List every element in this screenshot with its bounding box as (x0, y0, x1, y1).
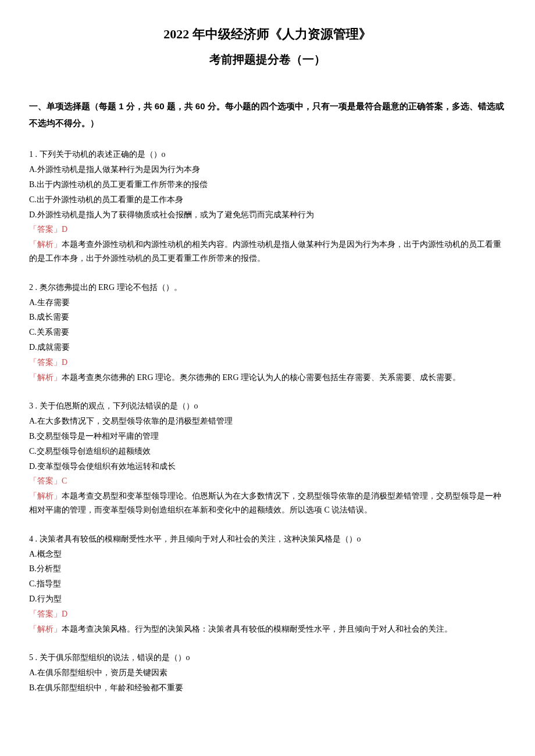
analysis: 「解析」本题考查交易型和变革型领导理论。伯恩斯认为在大多数情况下，交易型领导依靠… (29, 489, 506, 517)
question-stem: 3 . 关于伯恩斯的观点，下列说法错误的是（）o (29, 399, 506, 413)
question-option: A.外源性动机是指人做某种行为是因为行为本身 (29, 163, 506, 177)
question-option: D.成就需要 (29, 341, 506, 354)
question-block: 4 . 决策者具有较低的模糊耐受性水平，并且倾向于对人和社会的关注，这种决策风格… (29, 532, 506, 636)
question-stem: 2 . 奥尔德弗提出的 ERG 理论不包括（）。 (29, 281, 506, 295)
analysis-text: 本题考查交易型和变革型领导理论。伯恩斯认为在大多数情况下，交易型领导依靠的是消极… (29, 492, 501, 514)
analysis-text: 本题考查奥尔德弗的 ERG 理论。奥尔德弗的 ERG 理论认为人的核心需要包括生… (62, 373, 461, 382)
analysis-text: 本题考查决策风格。行为型的决策风格：决策者具有较低的模糊耐受性水平，并且倾向于对… (62, 625, 452, 633)
question-option: C.出于外源性动机的员工看重的是工作本身 (29, 193, 506, 207)
question-block: 2 . 奥尔德弗提出的 ERG 理论不包括（）。 A.生存需要 B.成长需要 C… (29, 281, 506, 385)
analysis: 「解析」本题考查决策风格。行为型的决策风格：决策者具有较低的模糊耐受性水平，并且… (29, 622, 506, 636)
question-stem: 4 . 决策者具有较低的模糊耐受性水平，并且倾向于对人和社会的关注，这种决策风格… (29, 532, 506, 546)
question-option: C.交易型领导创造组织的超额绩效 (29, 445, 506, 458)
analysis-label: 「解析」 (29, 492, 62, 500)
section-header: 一、单项选择题（每题 1 分，共 60 题，共 60 分。每小题的四个选项中，只… (29, 98, 506, 131)
question-option: A.在大多数情况下，交易型领导依靠的是消极型差错管理 (29, 414, 506, 428)
question-option: B.交易型领导是一种相对平庸的管理 (29, 429, 506, 443)
analysis-label: 「解析」 (29, 625, 62, 633)
question-option: B.出于内源性动机的员工更看重工作所带来的报偿 (29, 178, 506, 192)
question-stem: 1 . 下列关于动机的表述正确的是（）o (29, 148, 506, 162)
analysis-label: 「解析」 (29, 240, 62, 249)
question-option: D.行为型 (29, 592, 506, 606)
question-block: 3 . 关于伯恩斯的观点，下列说法错误的是（）o A.在大多数情况下，交易型领导… (29, 399, 506, 517)
question-option: D.外源性动机是指人为了获得物质或社会报酬，或为了避免惩罚而完成某种行为 (29, 208, 506, 222)
question-option: B.分析型 (29, 562, 506, 576)
analysis-label: 「解析」 (29, 373, 62, 382)
question-option: A.生存需要 (29, 296, 506, 310)
question-option: C.关系需要 (29, 325, 506, 339)
analysis: 「解析」本题考查奥尔德弗的 ERG 理论。奥尔德弗的 ERG 理论认为人的核心需… (29, 371, 506, 385)
question-block: 5 . 关于俱乐部型组织的说法，错误的是（）o A.在俱乐部型组织中，资历是关键… (29, 651, 506, 694)
answer-label: 「答案」D (29, 223, 506, 237)
doc-title: 2022 年中级经济师《人力资源管理》 (29, 23, 506, 45)
question-option: B.成长需要 (29, 310, 506, 324)
analysis-text: 本题考查外源性动机和内源性动机的相关内容。内源性动机是指人做某种行为是因为行为本… (29, 240, 501, 263)
question-option: C.指导型 (29, 577, 506, 591)
question-stem: 5 . 关于俱乐部型组织的说法，错误的是（）o (29, 651, 506, 665)
question-option: A.概念型 (29, 547, 506, 561)
question-option: A.在俱乐部型组织中，资历是关键因素 (29, 666, 506, 680)
question-block: 1 . 下列关于动机的表述正确的是（）o A.外源性动机是指人做某种行为是因为行… (29, 148, 506, 265)
answer-label: 「答案」D (29, 356, 506, 370)
answer-label: 「答案」C (29, 474, 506, 488)
analysis: 「解析」本题考查外源性动机和内源性动机的相关内容。内源性动机是指人做某种行为是因… (29, 238, 506, 266)
answer-label: 「答案」D (29, 607, 506, 621)
question-option: D.变革型领导会使组织有效地运转和成长 (29, 460, 506, 474)
doc-subtitle: 考前押题提分卷（一） (29, 49, 506, 69)
question-option: B.在俱乐部型组织中，年龄和经验都不重要 (29, 681, 506, 695)
